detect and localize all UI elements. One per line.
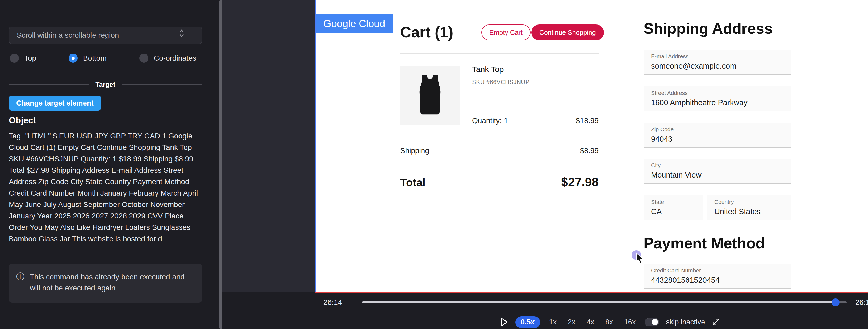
empty-cart-button[interactable]: Empty Cart [481,25,530,40]
state-field-label: State [651,199,703,205]
total-price: $27.98 [561,175,599,189]
tank-top-image [407,69,453,123]
product-image [400,66,460,125]
divider-line [9,84,89,85]
timeline-track[interactable] [362,301,847,303]
state-field[interactable]: State CA [644,195,703,220]
speed-chip-4x[interactable]: 4x [585,316,596,328]
zip-code-field-value: 94043 [651,135,792,143]
element-highlight-bottom-edge [315,292,868,293]
info-icon: ⓘ [16,271,25,282]
shipping-label: Shipping [400,146,429,155]
radio-bottom[interactable]: Bottom [69,54,106,63]
email-field[interactable]: E-mail Address someone@example.com [644,50,792,75]
info-banner: ⓘ This command has already been executed… [9,264,202,303]
credit-card-number-field[interactable]: Credit Card Number 4432801561520454 [644,264,792,289]
change-target-button[interactable]: Change target element [9,96,101,110]
command-select-value: Scroll within a scrollable region [17,27,119,43]
target-label: Target [95,81,116,89]
state-field-value: CA [651,207,703,216]
replay-viewport: Google Cloud Cart (1) Empty Cart Continu… [315,0,868,292]
timeline-progress-fill [362,301,836,303]
email-field-value: someone@example.com [651,62,792,70]
info-message: This command has already been executed a… [30,271,195,294]
radio-top-circle[interactable] [10,54,19,63]
city-field-value: Mountain View [651,171,792,179]
radio-bottom-circle[interactable] [69,54,78,63]
cart-divider [400,54,599,54]
object-heading: Object [9,116,36,125]
current-time: 26:14 [323,298,342,307]
cart-title: Cart (1) [400,23,454,41]
speed-chip-16x[interactable]: 16x [622,316,638,328]
zip-code-field-label: Zip Code [651,126,792,133]
end-time: 26:1 [855,298,868,307]
shipping-address-heading: Shipping Address [644,20,773,37]
product-name: Tank Top [472,65,504,74]
radio-coordinates-label: Co-ordinates [154,54,196,62]
play-button[interactable] [500,317,508,327]
cart-divider [400,167,599,167]
radio-top[interactable]: Top [10,54,36,63]
payment-method-heading: Payment Method [644,234,765,252]
speed-chip-8x[interactable]: 8x [603,316,615,328]
street-address-field-value: 1600 Amphitheatre Parkway [651,98,792,107]
viewport-gutter [222,0,315,292]
timeline-thumb[interactable] [832,298,840,306]
site-logo[interactable]: Google Cloud [316,14,393,33]
select-stepper-icon [179,27,185,43]
panel-scrollbar[interactable] [219,0,222,329]
product-sku: SKU #66VCHSJNUP [472,79,529,86]
cart-divider [400,137,599,137]
radio-bottom-label: Bottom [83,54,106,62]
total-label: Total [400,176,426,189]
street-address-field[interactable]: Street Address 1600 Amphitheatre Parkway [644,86,792,111]
product-quantity: Quantity: 1 [472,117,508,125]
country-field[interactable]: Country United States [707,195,792,220]
product-price: $18.99 [576,117,599,125]
country-field-value: United States [714,207,792,216]
toggle-knob [652,319,658,325]
country-field-label: Country [714,199,792,205]
city-field-label: City [651,162,792,168]
radio-coordinates-circle[interactable] [140,54,148,63]
radio-coordinates[interactable]: Co-ordinates [140,54,196,63]
object-description: Tag="HTML" $ EUR USD JPY GBP TRY CAD 1 G… [9,130,204,244]
speed-chip-05x[interactable]: 0.5x [516,316,540,328]
mouse-cursor-icon [635,253,645,265]
target-divider: Target [9,80,202,89]
zip-code-field[interactable]: Zip Code 94043 [644,123,792,148]
email-field-label: E-mail Address [651,53,792,60]
skip-inactive-label: skip inactive [666,318,705,326]
skip-inactive-toggle[interactable] [645,318,659,326]
continue-shopping-button[interactable]: Continue Shopping [531,25,604,40]
credit-card-field-label: Credit Card Number [651,267,792,274]
player-controls: 0.5x 1x 2x 4x 8x 16x skip inactive [500,315,720,329]
shipping-price: $8.99 [580,146,599,155]
divider-line [122,84,202,85]
street-address-field-label: Street Address [651,90,792,96]
speed-chip-2x[interactable]: 2x [566,316,578,328]
sidebar-bottom-divider [9,319,202,320]
credit-card-field-value: 4432801561520454 [651,276,792,285]
city-field[interactable]: City Mountain View [644,159,792,184]
fullscreen-icon[interactable] [712,318,720,326]
element-highlight-left-edge [315,0,316,292]
speed-chip-1x[interactable]: 1x [547,316,559,328]
command-select[interactable]: Scroll within a scrollable region [9,27,202,44]
radio-top-label: Top [24,54,36,62]
